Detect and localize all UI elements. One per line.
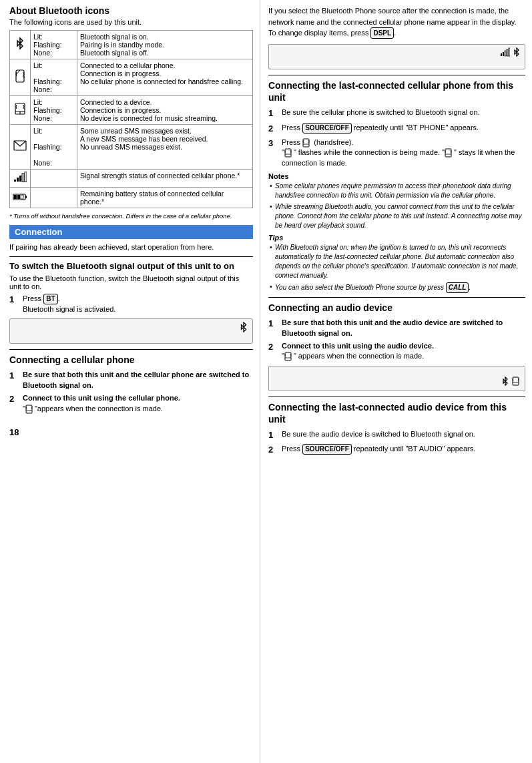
page-number: 18 — [9, 427, 253, 437]
connection-intro: If pairing has already been achieved, st… — [9, 243, 253, 251]
tip-item: With Bluetooth signal on: when the ignit… — [268, 243, 525, 280]
svg-rect-13 — [25, 196, 27, 198]
connection-header: Connection — [9, 225, 253, 239]
step-sub: Bluetooth signal is activated. — [23, 305, 115, 313]
connect-last-audio-title: Connecting the last-connected audio devi… — [268, 401, 525, 425]
sms-icon — [10, 125, 31, 170]
call-button: CALL — [446, 282, 469, 293]
source-off-button: SOURCE/OFF — [302, 123, 352, 134]
switch-bt-title: To switch the Bluetooth signal output of… — [9, 261, 253, 272]
step-content: Connect to this unit using the audio dev… — [282, 341, 525, 362]
step-content: Press SOURCE/OFF repeatedly until "BT PH… — [282, 123, 525, 135]
step-item: 3 Press (handsfree). "" flashes while th… — [268, 138, 525, 168]
display-box-1 — [9, 318, 253, 344]
table-row: Lit: Flashing: None: Some unread SMS mes… — [10, 125, 253, 170]
bt-icons-title: About Bluetooth icons — [9, 5, 253, 16]
cellular-labels: Lit: Flashing: None: — [31, 59, 77, 96]
connect-cellular-steps: 1 Be sure that both this unit and the ce… — [9, 370, 253, 414]
svg-rect-11 — [25, 172, 27, 182]
bt-icon-display3 — [501, 376, 510, 388]
bt-icons-subtitle: The following icons are used by this uni… — [9, 18, 253, 26]
section-divider-right — [268, 75, 525, 75]
battery-icon — [10, 188, 31, 208]
device-labels: Lit: Flashing: None: — [31, 96, 77, 125]
switch-bt-body: To use the Bluetooth function, switch th… — [9, 274, 253, 290]
svg-rect-30 — [285, 352, 291, 360]
source-off-button-2: SOURCE/OFF — [302, 444, 352, 455]
step-number: 2 — [268, 341, 279, 362]
display-box-3 — [268, 366, 525, 391]
battery-desc: Remaining battery status of connected ce… — [77, 188, 253, 208]
connect-audio-steps: 1 Be sure that both this unit and the au… — [268, 318, 525, 362]
signal-strength-labels — [31, 170, 77, 188]
signal-strength-icon — [10, 170, 31, 188]
step-content: Be sure the audio device is switched to … — [282, 429, 525, 441]
step-item: 2 Press SOURCE/OFF repeatedly until "BT … — [268, 444, 525, 456]
table-row: Remaining battery status of connected ce… — [10, 188, 253, 208]
tips-section: Tips With Bluetooth signal on: when the … — [268, 234, 525, 293]
table-row: Signal strength status of connected cell… — [10, 170, 253, 188]
step-item: 2 Connect to this unit using the audio d… — [268, 341, 525, 362]
connect-last-cellular-steps: 1 Be sure the cellular phone is switched… — [268, 107, 525, 168]
bt-icons-table: Lit: Flashing: None: Bluetooth signal is… — [9, 30, 253, 208]
step-text: Press BT. — [23, 294, 60, 302]
step-content: Connect to this unit using the cellular … — [23, 393, 253, 414]
svg-rect-17 — [26, 405, 32, 413]
step-content: Press BT. Bluetooth signal is activated. — [23, 294, 253, 314]
step-item: 1 Be sure the cellular phone is switched… — [268, 107, 525, 119]
svg-rect-21 — [505, 51, 506, 56]
note-item: While streaming Bluetooth audio, you can… — [268, 202, 525, 230]
step-number: 1 — [268, 429, 279, 441]
step-content: Press (handsfree). "" flashes while the … — [282, 138, 525, 168]
signal-icon — [501, 47, 510, 59]
step-number: 2 — [9, 393, 20, 414]
bt-signal-labels: Lit: Flashing: None: — [31, 31, 77, 59]
bt-status-icon — [238, 322, 249, 334]
display-box3-icons — [501, 376, 521, 388]
step-number: 2 — [268, 444, 279, 456]
table-row: Lit: Flashing: None: Connected to a devi… — [10, 96, 253, 125]
step-number: 3 — [268, 138, 279, 168]
display-box-2 — [268, 44, 525, 69]
bt-button: BT — [43, 294, 57, 304]
battery-labels — [31, 188, 77, 208]
bt-table-footnote: * Turns off without handsfree connection… — [9, 212, 253, 220]
cellular-icon — [10, 59, 31, 96]
table-row: Lit: Flashing: None: Connected to a cell… — [10, 59, 253, 96]
notes-section: Notes Some cellular phones require permi… — [268, 172, 525, 230]
svg-rect-8 — [17, 178, 19, 182]
step-number: 1 — [268, 318, 279, 338]
music-icon-display3 — [512, 376, 521, 388]
step-item: 1 Press BT. Bluetooth signal is activate… — [9, 294, 253, 314]
cellular-descs: Connected to a cellular phone. Connectio… — [77, 59, 253, 96]
page: About Bluetooth icons The following icon… — [0, 0, 532, 763]
sms-descs: Some unread SMS messages exist. A new SM… — [77, 125, 253, 170]
connect-audio-title: Connecting an audio device — [268, 302, 525, 314]
sms-labels: Lit: Flashing: None: — [31, 125, 77, 170]
svg-rect-9 — [19, 176, 21, 182]
step-content: Be sure the cellular phone is switched t… — [282, 107, 525, 119]
section-divider-audio — [268, 297, 525, 298]
svg-rect-20 — [503, 52, 504, 56]
tips-title: Tips — [268, 234, 525, 242]
step-content: Be sure that both this unit and the audi… — [282, 318, 525, 338]
step-number: 1 — [9, 294, 20, 314]
notes-list: Some cellular phones require permission … — [268, 182, 525, 230]
section-divider-last-audio — [268, 397, 525, 397]
device-icon — [10, 96, 31, 125]
section-divider-2 — [9, 349, 253, 350]
svg-rect-15 — [17, 195, 20, 199]
step-number: 1 — [268, 107, 279, 119]
dspl-button: DSPL — [370, 27, 394, 39]
bt-icon-display2 — [512, 47, 521, 59]
connect-cellular-title: Connecting a cellular phone — [9, 354, 253, 366]
svg-rect-16 — [21, 195, 23, 199]
connect-last-cellular-title: Connecting the last-connected cellular p… — [268, 79, 525, 103]
step-item: 1 Be sure the audio device is switched t… — [268, 429, 525, 441]
signal-strength-desc: Signal strength status of connected cell… — [77, 170, 253, 188]
svg-rect-7 — [14, 180, 16, 182]
step-sub: ""appears when the connection is made. — [23, 405, 163, 413]
device-descs: Connected to a device. Connection is in … — [77, 96, 253, 125]
table-row: Lit: Flashing: None: Bluetooth signal is… — [10, 31, 253, 59]
svg-rect-22 — [507, 49, 508, 56]
